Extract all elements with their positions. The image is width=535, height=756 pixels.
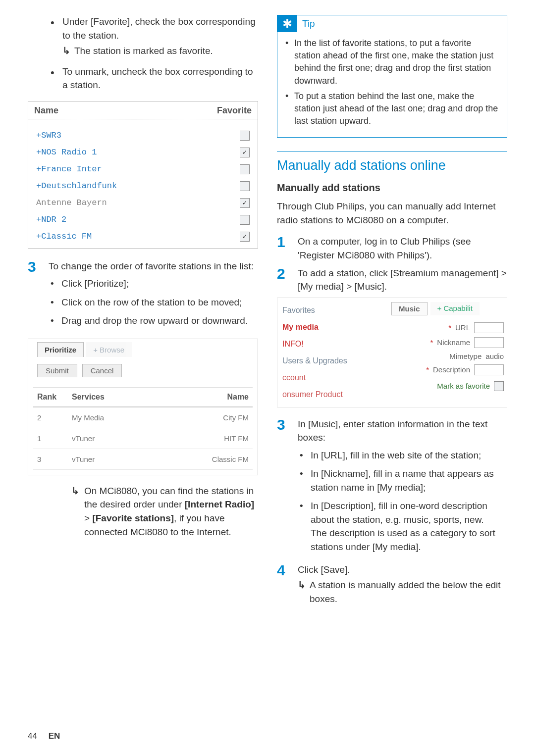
- station-name: +Classic FM: [36, 232, 92, 241]
- nav-favorites[interactable]: Favorites: [282, 302, 372, 319]
- cancel-button[interactable]: Cancel: [82, 364, 122, 377]
- step-number: 2: [277, 266, 290, 294]
- page-footer: 44 EN: [28, 731, 60, 741]
- result-arrow-icon: ↳: [298, 578, 306, 605]
- club-philips-screenshot: Favorites My media INFO! Users & Upgrade…: [277, 298, 507, 407]
- col-favorite-header: Favorite: [217, 105, 252, 116]
- favorite-checkbox[interactable]: ✓: [240, 232, 250, 242]
- tip-item: In the list of favorite stations, to put…: [285, 37, 499, 87]
- favorite-stations-table: Name Favorite +SWR3+NOS Radio 1✓+France …: [28, 101, 258, 249]
- step-number: 1: [277, 235, 290, 262]
- description-field[interactable]: [474, 364, 504, 375]
- tab-capabilities[interactable]: + Capabilit: [430, 302, 480, 315]
- result-arrow-icon: ↳: [71, 484, 79, 539]
- table-row: +NDR 2: [34, 211, 252, 228]
- list-item: In [Description], fill in one-word descr…: [311, 499, 507, 554]
- step-text: Click [Save].: [298, 564, 350, 575]
- list-item: Click on the row of the station to be mo…: [61, 296, 258, 309]
- label-nickname: Nickname: [437, 338, 470, 347]
- step-text: To add a station, click [Streamium manag…: [298, 266, 507, 294]
- station-name: +NDR 2: [36, 215, 66, 224]
- nickname-field[interactable]: [474, 337, 504, 348]
- favorite-checkbox[interactable]: [240, 215, 250, 225]
- step-3-reorder: 3 To change the order of favorite statio…: [28, 259, 258, 333]
- step-lead: To change the order of favorite stations…: [49, 261, 254, 271]
- table-row: +Deutschlandfunk: [34, 178, 252, 195]
- section-heading: Manually add stations online: [277, 151, 507, 173]
- table-row: +Classic FM✓: [34, 228, 252, 245]
- label-description: Description: [433, 365, 470, 374]
- step-number: 3: [277, 417, 290, 559]
- col-name-header: Name: [183, 388, 253, 407]
- nav-account[interactable]: ccount: [282, 369, 372, 386]
- table-row: Antenne Bayern✓: [34, 195, 252, 211]
- nav-my-media[interactable]: My media: [282, 319, 372, 336]
- tab-browse[interactable]: + Browse: [86, 342, 132, 357]
- step-2-add: 2 To add a station, click [Streamium man…: [277, 266, 507, 294]
- result-text: On MCi8080, you can find the stations in…: [84, 484, 258, 539]
- sub-heading: Manually add stations: [277, 182, 507, 194]
- step-number: 3: [28, 259, 41, 333]
- mark-favorite-checkbox[interactable]: [494, 381, 504, 391]
- tab-music[interactable]: Music: [391, 302, 428, 315]
- list-item: In [Nickname], fill in a name that appea…: [311, 467, 507, 494]
- step-text: On a computer, log in to Club Philips (s…: [298, 235, 507, 262]
- favorite-checkbox[interactable]: ✓: [240, 198, 250, 208]
- col-name-header: Name: [34, 105, 58, 116]
- table-row: +SWR3: [34, 127, 252, 144]
- step-4-save: 4 Click [Save]. ↳ A station is manually …: [277, 563, 507, 606]
- favorite-checkbox[interactable]: [240, 131, 250, 141]
- nav-users-upgrades[interactable]: Users & Upgrades: [282, 353, 372, 369]
- station-name: +Deutschlandfunk: [36, 181, 117, 191]
- prioritize-screenshot: Prioritize + Browse Submit Cancel Rank S…: [28, 339, 258, 475]
- tip-title: Tip: [302, 18, 315, 29]
- label-url: URL: [455, 323, 470, 332]
- list-item: In [URL], fill in the web site of the st…: [311, 449, 507, 462]
- step-3-result: ↳ On MCi8080, you can find the stations …: [28, 484, 258, 539]
- step-3-enter-info: 3 In [Music], enter station information …: [277, 417, 507, 559]
- text: Under [Favorite], check the box correspo…: [62, 16, 256, 41]
- table-row: +NOS Radio 1✓: [34, 144, 252, 161]
- table-row: +France Inter: [34, 161, 252, 178]
- step-1-login: 1 On a computer, log in to Club Philips …: [277, 235, 507, 262]
- list-item: Click [Prioritize];: [61, 277, 258, 291]
- label-mark-favorite: Mark as favorite: [437, 382, 490, 390]
- col-rank-header: Rank: [33, 388, 68, 407]
- col-services-header: Services: [68, 388, 183, 407]
- label-mimetype: Mimetype: [449, 352, 482, 360]
- bullet-favorite-check: Under [Favorite], check the box correspo…: [62, 15, 258, 58]
- favorite-checkbox[interactable]: ✓: [240, 148, 250, 157]
- tab-prioritize[interactable]: Prioritize: [37, 342, 84, 357]
- mimetype-value: audio: [485, 352, 504, 360]
- result-text: A station is manually added the below th…: [310, 578, 507, 605]
- result-text: The station is marked as favorite.: [74, 44, 213, 58]
- station-name: +SWR3: [36, 131, 61, 140]
- tip-box: ✱ Tip In the list of favorite stations, …: [277, 15, 507, 138]
- station-name: +France Inter: [36, 164, 102, 174]
- favorite-checkbox[interactable]: [240, 181, 250, 191]
- favorite-checkbox[interactable]: [240, 164, 250, 174]
- step-number: 4: [277, 563, 290, 606]
- url-field[interactable]: [474, 322, 504, 333]
- table-row[interactable]: 2My MediaCity FM: [33, 407, 253, 428]
- table-row[interactable]: 1vTunerHIT FM: [33, 428, 253, 449]
- result-arrow-icon: ↳: [62, 44, 70, 58]
- list-item: Drag and drop the row upward or downward…: [61, 314, 258, 328]
- nav-consumer-product[interactable]: onsumer Product: [282, 386, 372, 403]
- language-code: EN: [49, 731, 60, 741]
- page-number: 44: [28, 731, 37, 741]
- bullet-favorite-uncheck: To unmark, uncheck the box corresponding…: [62, 65, 258, 92]
- tip-item: To put a station behind the last one, ma…: [285, 90, 499, 128]
- station-name: +NOS Radio 1: [36, 148, 97, 157]
- tip-icon: ✱: [277, 15, 297, 32]
- nav-info[interactable]: INFO!: [282, 336, 372, 353]
- step-lead: In [Music], enter station information in…: [298, 419, 487, 443]
- table-row[interactable]: 3vTunerClassic FM: [33, 449, 253, 470]
- station-name: Antenne Bayern: [36, 198, 107, 207]
- intro-paragraph: Through Club Philips, you can manually a…: [277, 200, 507, 227]
- submit-button[interactable]: Submit: [37, 364, 77, 377]
